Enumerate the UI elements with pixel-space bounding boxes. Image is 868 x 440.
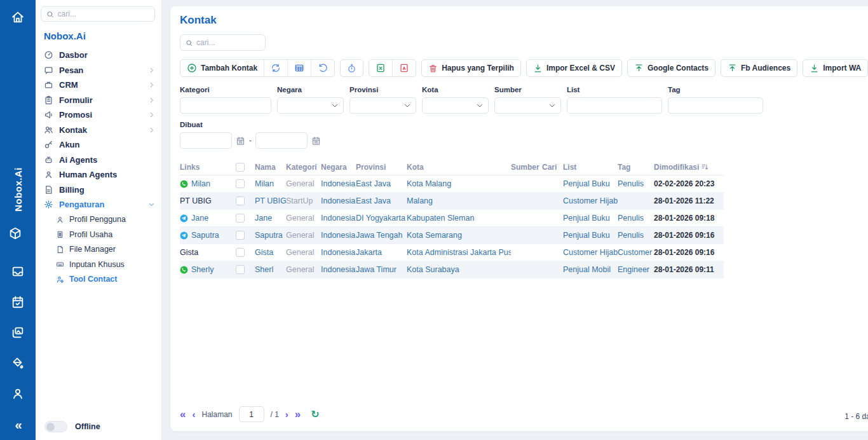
sidebar-item-crm[interactable]: CRM — [41, 78, 155, 93]
cell-negara[interactable]: Indonesia — [321, 231, 356, 240]
cell-tag[interactable]: Engineer — [618, 265, 654, 274]
cell-tag[interactable]: Penulis — [618, 179, 654, 188]
import-excel-csv-button[interactable]: Impor Excel & CSV — [526, 59, 622, 77]
table-view-button[interactable] — [287, 60, 311, 76]
cell-provinsi[interactable]: Jawa Timur — [356, 265, 407, 274]
page-number-input[interactable] — [239, 406, 264, 422]
first-page-button[interactable]: « — [180, 409, 186, 420]
contact-link[interactable]: Jane — [180, 214, 232, 223]
cell-nama[interactable]: PT UBIG — [255, 196, 286, 205]
header-kategori[interactable]: Kategori — [286, 163, 321, 172]
cell-list[interactable]: Penjual Mobil — [563, 265, 618, 274]
sidebar-item-formulir[interactable]: Formulir — [41, 93, 155, 108]
sidebar-search-input[interactable] — [58, 10, 149, 18]
contacts-search-input[interactable] — [196, 38, 260, 47]
dibuat-from-input[interactable] — [180, 132, 232, 149]
sidebar-item-inputan-khusus[interactable]: Inputan Khusus — [41, 257, 155, 272]
export-excel-button[interactable] — [369, 60, 392, 76]
header-tag[interactable]: Tag — [618, 163, 654, 172]
row-checkbox[interactable] — [236, 231, 245, 240]
sort-icon[interactable] — [701, 163, 709, 171]
sidebar-item-dasbor[interactable]: Dasbor — [41, 48, 155, 63]
row-checkbox[interactable] — [236, 179, 245, 188]
contact-link[interactable]: Saputra — [180, 231, 232, 240]
sumber-select[interactable] — [494, 97, 561, 114]
cell-list[interactable]: Customer Hijab — [563, 196, 618, 205]
prev-page-button[interactable]: ‹ — [192, 409, 195, 419]
cell-provinsi[interactable]: DI Yogyakarta — [356, 214, 407, 223]
paint-drop-icon[interactable] — [11, 356, 25, 370]
inbox-tray-icon[interactable] — [11, 265, 25, 278]
undo-button[interactable] — [311, 60, 334, 76]
sidebar-item-tool-contact[interactable]: Tool Contact — [41, 272, 155, 287]
row-checkbox[interactable] — [236, 214, 245, 223]
cell-kota[interactable]: Kota Malang — [407, 179, 511, 188]
cell-kota[interactable]: Malang — [407, 196, 511, 205]
header-negara[interactable]: Negara — [321, 163, 356, 172]
cell-tag[interactable]: Penulis — [618, 214, 654, 223]
sidebar-item-kontak[interactable]: Kontak — [41, 123, 155, 138]
provinsi-select[interactable] — [349, 97, 416, 114]
sidebar-item-profil-pengguna[interactable]: Profil Pengguna — [41, 212, 155, 228]
cell-provinsi[interactable]: East Java — [356, 196, 407, 205]
cell-kota[interactable]: Kabupaten Sleman — [407, 214, 511, 223]
row-checkbox[interactable] — [236, 196, 245, 205]
sidebar-item-pengaturan[interactable]: Pengaturan — [41, 197, 155, 212]
cell-list[interactable]: Penjual Buku — [563, 179, 618, 188]
calendar-icon[interactable] — [311, 136, 321, 146]
cell-negara[interactable]: Indonesia — [321, 196, 356, 205]
cell-negara[interactable]: Indonesia — [321, 214, 356, 223]
last-page-button[interactable]: » — [295, 409, 301, 420]
contact-link[interactable]: PT UBIG — [180, 196, 232, 205]
header-list[interactable]: List — [563, 163, 618, 172]
header-dimodifikasi[interactable]: Dimodifikasi — [654, 163, 724, 172]
cell-nama[interactable]: Saputra — [255, 231, 286, 240]
kategori-input[interactable] — [180, 97, 271, 114]
row-checkbox[interactable] — [236, 265, 245, 274]
images-icon[interactable] — [11, 326, 25, 340]
calendar-check-icon[interactable] — [11, 295, 25, 309]
contact-link[interactable]: Milan — [180, 179, 232, 188]
sidebar-item-profil-usaha[interactable]: Profil Usaha — [41, 227, 155, 242]
cell-tag[interactable]: Penulis — [618, 231, 654, 240]
sidebar-item-ai-agents[interactable]: Ai Agents — [41, 153, 155, 168]
calendar-icon[interactable] — [236, 136, 245, 146]
refresh-list-icon[interactable]: ↻ — [311, 409, 319, 420]
cell-list[interactable]: Customer Hijab — [563, 248, 618, 257]
timer-button[interactable] — [340, 59, 363, 77]
select-all-checkbox[interactable] — [236, 163, 245, 172]
cell-negara[interactable]: Indonesia — [321, 265, 356, 274]
user-icon[interactable] — [11, 387, 25, 401]
delete-selected-button[interactable]: Hapus yang Terpilih — [421, 59, 521, 77]
offline-toggle[interactable] — [44, 421, 67, 432]
cell-negara[interactable]: Indonesia — [321, 248, 356, 257]
sidebar-item-promosi[interactable]: Promosi — [41, 107, 155, 123]
sidebar-item-human-agents[interactable]: Human Agents — [41, 167, 155, 182]
header-cari[interactable]: Cari — [542, 163, 563, 172]
cell-list[interactable]: Penjual Buku — [563, 231, 618, 240]
cell-provinsi[interactable]: Jawa Tengah — [356, 231, 407, 240]
header-nama[interactable]: Nama — [255, 163, 286, 172]
refresh-button[interactable] — [264, 60, 287, 76]
header-kota[interactable]: Kota — [407, 163, 511, 172]
cell-kota[interactable]: Kota Administrasi Jakarta Pusat — [407, 248, 511, 257]
cell-kota[interactable]: Kota Semarang — [407, 231, 511, 240]
cell-nama[interactable]: Jane — [255, 214, 286, 223]
cell-nama[interactable]: Gista — [255, 248, 286, 257]
cell-nama[interactable]: Sherl — [255, 265, 286, 274]
fb-audiences-button[interactable]: Fb Audiences — [721, 59, 797, 77]
sidebar-item-billing[interactable]: Billing — [41, 182, 155, 198]
header-links[interactable]: Links — [180, 163, 236, 172]
sidebar-item-pesan[interactable]: Pesan — [41, 63, 155, 78]
list-input[interactable] — [567, 97, 662, 114]
negara-select[interactable] — [277, 97, 344, 114]
cell-provinsi[interactable]: East Java — [356, 179, 407, 188]
cell-kota[interactable]: Kota Surabaya — [407, 265, 511, 274]
tag-input[interactable] — [668, 97, 763, 114]
google-contacts-button[interactable]: Google Contacts — [627, 59, 715, 77]
cell-negara[interactable]: Indonesia — [321, 179, 356, 188]
sidebar-search[interactable] — [41, 6, 155, 22]
header-sumber[interactable]: Sumber — [511, 163, 542, 172]
collapse-sidebar-button[interactable]: « — [0, 418, 36, 432]
header-provinsi[interactable]: Provinsi — [356, 163, 407, 172]
